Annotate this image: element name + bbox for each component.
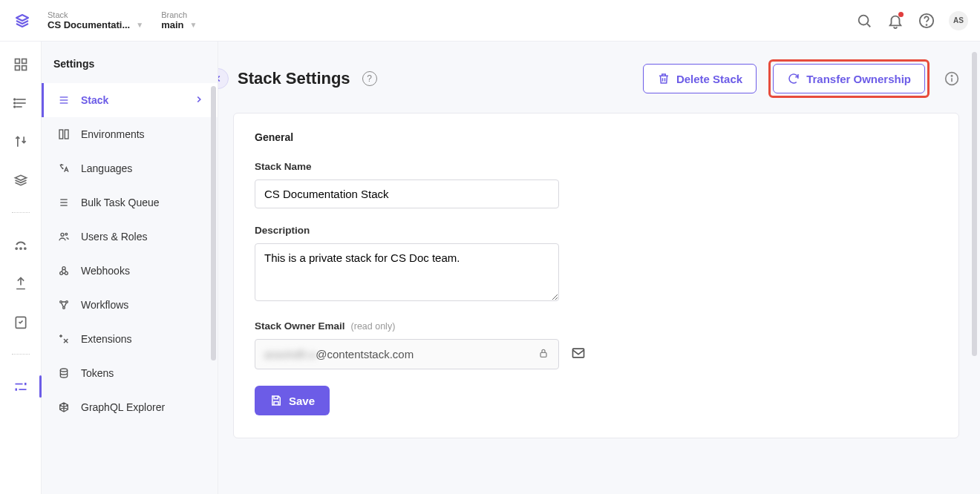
stack-label: Stack	[48, 10, 143, 19]
sidebar-item-environments[interactable]: Environments	[42, 117, 218, 151]
notification-dot	[898, 12, 904, 17]
general-card: General Stack Name Description Stack Own…	[233, 113, 959, 438]
chevron-down-icon: ▼	[190, 21, 197, 29]
avatar[interactable]: AS	[949, 11, 968, 30]
bell-icon[interactable]	[886, 12, 904, 30]
main-content: Stack Settings ? Delete Stack Transfer O…	[218, 42, 980, 494]
info-icon[interactable]	[944, 71, 959, 86]
owner-email-hint: (read only)	[351, 321, 396, 332]
queue-icon	[57, 196, 71, 209]
section-general-title: General	[255, 131, 938, 143]
assets-icon[interactable]	[13, 172, 29, 188]
tokens-icon	[57, 366, 71, 380]
settings-title: Settings	[42, 42, 218, 79]
highlight-box: Transfer Ownership	[768, 59, 930, 98]
owner-email-suffix: @contentstack.com	[316, 348, 414, 360]
sidebar-item-label: Webhooks	[81, 265, 130, 277]
delete-stack-button[interactable]: Delete Stack	[643, 64, 757, 93]
svg-point-26	[61, 233, 64, 236]
extensions-icon	[57, 332, 71, 346]
dashboard-icon[interactable]	[13, 56, 29, 73]
app-logo[interactable]	[12, 10, 33, 31]
users-icon	[57, 230, 71, 243]
svg-rect-21	[59, 130, 63, 139]
stack-selector[interactable]: Stack CS Documentati... ▼	[48, 10, 143, 30]
sidebar-scrollbar[interactable]	[211, 86, 216, 360]
svg-point-3	[927, 24, 927, 25]
lock-icon	[538, 347, 549, 361]
sidebar-item-label: Tokens	[81, 367, 114, 379]
sidebar-item-languages[interactable]: Languages	[42, 151, 218, 185]
sidebar-item-label: Workflows	[81, 299, 128, 311]
transfer-ownership-button[interactable]: Transfer Ownership	[773, 64, 925, 93]
graphql-icon	[57, 401, 71, 414]
sidebar-item-label: Extensions	[81, 333, 131, 345]
entries-icon[interactable]	[13, 95, 29, 111]
svg-line-1	[867, 24, 870, 27]
svg-point-13	[13, 106, 15, 108]
svg-point-33	[63, 307, 65, 309]
stack-name-input[interactable]	[255, 180, 559, 208]
svg-point-15	[20, 248, 22, 249]
sidebar-item-label: Users & Roles	[81, 231, 147, 243]
releases-icon[interactable]	[13, 237, 29, 253]
environments-icon	[57, 128, 71, 141]
branch-label: Branch	[161, 10, 197, 19]
svg-point-16	[24, 248, 26, 249]
sidebar-item-stack[interactable]: Stack	[42, 83, 218, 117]
branch-selector[interactable]: Branch main ▼	[161, 10, 197, 30]
back-button[interactable]	[218, 68, 229, 89]
page-title: Stack Settings	[238, 69, 350, 88]
svg-point-12	[13, 102, 15, 104]
svg-point-34	[60, 369, 67, 372]
top-header: Stack CS Documentati... ▼ Branch main ▼ …	[0, 0, 980, 42]
owner-email-blurred: aravindh.s	[264, 348, 316, 360]
owner-email-field: aravindh.s@contentstack.com	[255, 339, 559, 369]
workflows-icon	[57, 298, 71, 312]
description-label: Description	[255, 225, 938, 236]
svg-point-0	[859, 15, 869, 24]
page-header: Stack Settings ? Delete Stack Transfer O…	[218, 42, 980, 105]
search-icon[interactable]	[855, 12, 873, 30]
trash-icon	[657, 72, 670, 85]
chevron-right-icon	[194, 94, 204, 107]
settings-icon[interactable]	[13, 378, 29, 395]
svg-rect-6	[15, 66, 19, 70]
sidebar-item-workflows[interactable]: Workflows	[42, 288, 218, 322]
sidebar-item-graphql[interactable]: GraphQL Explorer	[42, 390, 218, 424]
tasks-icon[interactable]	[13, 314, 29, 330]
chevron-down-icon: ▼	[136, 21, 143, 29]
save-icon	[270, 394, 283, 407]
sidebar-item-label: GraphQL Explorer	[81, 401, 165, 413]
stack-icon	[57, 93, 71, 107]
sidebar-item-extensions[interactable]: Extensions	[42, 322, 218, 356]
sidebar-item-label: Environments	[81, 128, 145, 140]
transfer-ownership-label: Transfer Ownership	[806, 73, 911, 85]
svg-rect-38	[540, 352, 546, 357]
help-icon[interactable]	[918, 12, 935, 30]
icon-rail	[0, 42, 42, 494]
settings-sidebar: Settings Stack Environments Languages Bu…	[42, 42, 218, 494]
help-icon[interactable]: ?	[362, 71, 377, 86]
sidebar-item-webhooks[interactable]: Webhooks	[42, 254, 218, 288]
sidebar-item-bulk-task-queue[interactable]: Bulk Task Queue	[42, 185, 218, 220]
content-types-icon[interactable]	[13, 134, 29, 150]
sidebar-item-label: Languages	[81, 162, 132, 174]
transfer-icon	[787, 72, 800, 85]
sidebar-item-tokens[interactable]: Tokens	[42, 356, 218, 390]
svg-rect-5	[22, 59, 26, 64]
svg-rect-4	[15, 59, 19, 64]
description-textarea[interactable]	[255, 243, 559, 301]
owner-email-label: Stack Owner Email	[255, 320, 345, 332]
sidebar-item-users-roles[interactable]: Users & Roles	[42, 220, 218, 254]
main-scrollbar[interactable]	[972, 52, 977, 356]
svg-point-31	[60, 301, 62, 303]
svg-point-14	[16, 248, 17, 249]
save-button[interactable]: Save	[255, 386, 330, 415]
sidebar-item-label: Bulk Task Queue	[81, 197, 160, 208]
publish-icon[interactable]	[13, 275, 29, 292]
svg-point-27	[65, 233, 68, 235]
svg-rect-7	[22, 66, 26, 70]
sidebar-item-label: Stack	[81, 94, 108, 106]
mail-icon[interactable]	[571, 346, 586, 363]
